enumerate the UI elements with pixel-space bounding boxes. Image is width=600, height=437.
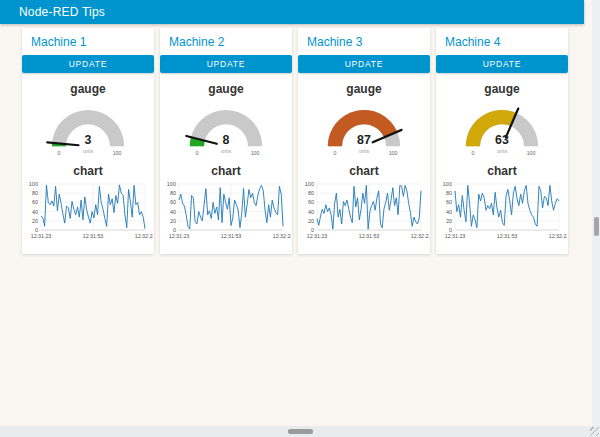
svg-text:12:31:23: 12:31:23 (31, 233, 52, 239)
svg-text:87: 87 (357, 133, 371, 147)
svg-text:40: 40 (170, 209, 176, 215)
svg-text:12:31:23: 12:31:23 (307, 233, 328, 239)
svg-text:40: 40 (446, 209, 452, 215)
dashboard-page: Node-RED Tips Machine 1 UPDATE gauge 3un… (0, 0, 600, 437)
svg-text:20: 20 (308, 218, 314, 224)
gauge-title: gauge (436, 82, 568, 96)
svg-text:8: 8 (223, 133, 230, 147)
vertical-scrollbar-thumb[interactable] (594, 217, 599, 236)
update-button[interactable]: UPDATE (436, 55, 568, 73)
machine-title: Machine 3 (298, 28, 430, 55)
svg-text:40: 40 (32, 209, 38, 215)
svg-text:0: 0 (57, 150, 60, 156)
svg-text:12:31:53: 12:31:53 (497, 233, 518, 239)
machine-panel-1: Machine 1 UPDATE gauge 3units0100 chart … (22, 28, 154, 254)
svg-text:20: 20 (170, 218, 176, 224)
svg-text:3: 3 (85, 133, 92, 147)
machine-panel-2: Machine 2 UPDATE gauge 8units0100 chart … (160, 28, 292, 254)
svg-text:0: 0 (333, 150, 336, 156)
svg-text:12:31:53: 12:31:53 (359, 233, 380, 239)
chart-title: chart (298, 164, 430, 178)
gauge-widget: 8units0100 (166, 98, 286, 160)
svg-text:12:32:23: 12:32:23 (135, 233, 153, 239)
svg-text:12:31:23: 12:31:23 (169, 233, 190, 239)
svg-text:100: 100 (389, 150, 398, 156)
svg-text:60: 60 (170, 199, 176, 205)
svg-text:40: 40 (308, 209, 314, 215)
svg-text:20: 20 (446, 218, 452, 224)
svg-text:12:32:23: 12:32:23 (549, 233, 567, 239)
svg-text:12:32:23: 12:32:23 (273, 233, 291, 239)
gauge-title: gauge (160, 82, 292, 96)
svg-text:100: 100 (305, 181, 314, 187)
machine-panel-4: Machine 4 UPDATE gauge 63units0100 chart… (436, 28, 568, 254)
app-title: Node-RED Tips (0, 5, 105, 19)
gauge-widget: 87units0100 (304, 98, 424, 160)
gauge-widget: 63units0100 (442, 98, 562, 160)
svg-text:100: 100 (527, 150, 536, 156)
horizontal-scrollbar-thumb[interactable] (288, 429, 313, 434)
svg-text:100: 100 (251, 150, 260, 156)
horizontal-scrollbar[interactable] (0, 426, 592, 437)
svg-text:80: 80 (170, 190, 176, 196)
svg-text:12:31:23: 12:31:23 (445, 233, 466, 239)
svg-text:12:31:53: 12:31:53 (221, 233, 242, 239)
svg-text:80: 80 (32, 190, 38, 196)
svg-text:units: units (221, 149, 232, 154)
update-button[interactable]: UPDATE (160, 55, 292, 73)
svg-text:63: 63 (495, 133, 509, 147)
machine-title: Machine 2 (160, 28, 292, 55)
svg-text:0: 0 (471, 150, 474, 156)
svg-text:units: units (83, 149, 94, 154)
app-header: Node-RED Tips (0, 0, 584, 24)
gauge-title: gauge (22, 82, 154, 96)
chart-widget: 02040608010012:31:2312:31:5312:32:23 (299, 180, 429, 243)
svg-text:units: units (359, 149, 370, 154)
chart-title: chart (160, 164, 292, 178)
chart-widget: 02040608010012:31:2312:31:5312:32:23 (437, 180, 567, 243)
gauge-widget: 3units0100 (28, 98, 148, 160)
svg-text:units: units (497, 149, 508, 154)
svg-text:12:32:23: 12:32:23 (411, 233, 429, 239)
svg-text:80: 80 (308, 190, 314, 196)
chart-title: chart (22, 164, 154, 178)
update-button[interactable]: UPDATE (22, 55, 154, 73)
vertical-scrollbar[interactable] (592, 0, 600, 437)
svg-text:60: 60 (308, 199, 314, 205)
gauge-title: gauge (298, 82, 430, 96)
svg-text:12:31:53: 12:31:53 (83, 233, 104, 239)
svg-text:100: 100 (113, 150, 122, 156)
svg-text:80: 80 (446, 190, 452, 196)
update-button[interactable]: UPDATE (298, 55, 430, 73)
svg-text:20: 20 (32, 218, 38, 224)
resize-grip-icon[interactable] (589, 426, 600, 437)
machine-panel-3: Machine 3 UPDATE gauge 87units0100 chart… (298, 28, 430, 254)
chart-widget: 02040608010012:31:2312:31:5312:32:23 (23, 180, 153, 243)
svg-text:60: 60 (446, 199, 452, 205)
panels-row: Machine 1 UPDATE gauge 3units0100 chart … (0, 28, 592, 254)
machine-title: Machine 1 (22, 28, 154, 55)
machine-title: Machine 4 (436, 28, 568, 55)
svg-text:100: 100 (443, 181, 452, 187)
chart-widget: 02040608010012:31:2312:31:5312:32:23 (161, 180, 291, 243)
svg-text:100: 100 (167, 181, 176, 187)
svg-text:0: 0 (195, 150, 198, 156)
chart-title: chart (436, 164, 568, 178)
svg-text:100: 100 (29, 181, 38, 187)
svg-text:60: 60 (32, 199, 38, 205)
